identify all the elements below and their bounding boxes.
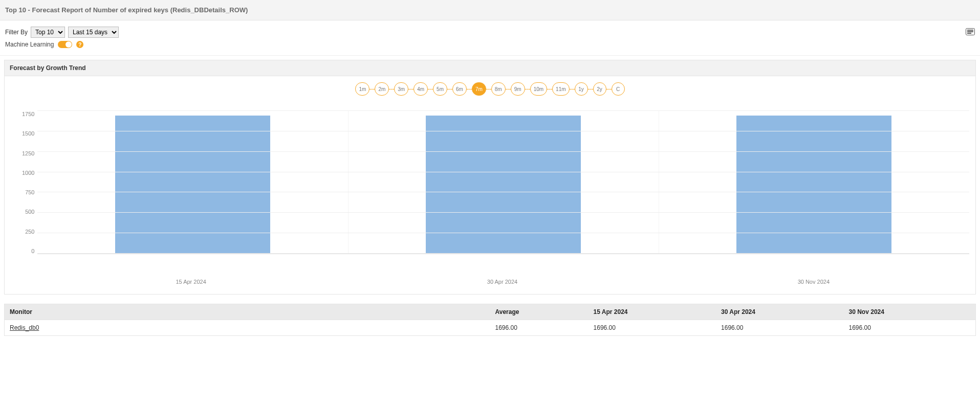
range-pill-5m[interactable]: 5m (433, 82, 447, 96)
table-header: 30 Apr 2024 (716, 304, 843, 320)
value-cell: 1696.00 (844, 320, 976, 336)
filter-range-select[interactable]: Last 15 days (68, 27, 119, 38)
pill-connector (369, 89, 375, 89)
range-pill-3m[interactable]: 3m (394, 82, 408, 96)
range-pill-7m[interactable]: 7m (472, 82, 486, 96)
range-pills: 1m2m3m4m5m6m7m8m9m10m11m1y2yC (11, 82, 969, 96)
chart-card: 1m2m3m4m5m6m7m8m9m10m11m1y2yC 1750150012… (4, 76, 976, 295)
pill-connector (547, 89, 552, 89)
y-tick: 1000 (22, 170, 34, 176)
range-pill-11m[interactable]: 11m (552, 82, 569, 96)
gridline (37, 192, 969, 192)
export-icon[interactable] (966, 27, 975, 38)
x-tick: 15 Apr 2024 (35, 275, 346, 285)
chart-plot (37, 111, 969, 254)
gridline (37, 151, 969, 152)
table-header: 15 Apr 2024 (589, 304, 716, 320)
filter-top-select[interactable]: Top 10 (31, 27, 65, 38)
table-header: Monitor (5, 304, 490, 320)
bar-slot (37, 111, 348, 254)
pill-connector (428, 89, 433, 89)
range-pill-2m[interactable]: 2m (375, 82, 389, 96)
pill-connector (447, 89, 452, 89)
svg-rect-2 (967, 31, 973, 32)
gridline (37, 110, 969, 111)
section-title: Forecast by Growth Trend (4, 60, 976, 76)
pill-connector (506, 89, 511, 89)
table-row: Redis_db01696.001696.001696.001696.00 (5, 320, 976, 336)
pill-connector (570, 89, 575, 89)
monitor-link[interactable]: Redis_db0 (10, 324, 39, 331)
value-cell: 1696.00 (589, 320, 716, 336)
y-tick: 250 (25, 229, 34, 235)
pill-connector (606, 89, 612, 89)
value-cell: 1696.00 (716, 320, 843, 336)
gridline (37, 253, 969, 254)
chart-area: 17501500125010007505002500 (11, 111, 969, 275)
range-pill-9m[interactable]: 9m (511, 82, 525, 96)
svg-rect-3 (967, 33, 971, 34)
range-pill-2y[interactable]: 2y (593, 82, 606, 96)
x-axis-labels: 15 Apr 202430 Apr 202430 Nov 2024 (35, 275, 969, 285)
pill-connector (525, 89, 530, 89)
gridline (37, 212, 969, 213)
filter-controls: Filter By Top 10 Last 15 days (0, 20, 980, 41)
monitor-cell: Redis_db0 (5, 320, 490, 336)
pill-connector (467, 89, 472, 89)
forecast-table: Monitor Average 15 Apr 2024 30 Apr 2024 … (4, 304, 976, 336)
y-tick: 750 (25, 189, 34, 195)
gridline (37, 172, 969, 172)
avg-cell: 1696.00 (490, 320, 589, 336)
gridline (37, 233, 969, 233)
pill-connector (588, 89, 593, 89)
bar-slot (659, 111, 969, 254)
page-title: Top 10 - Forecast Report of Number of ex… (0, 0, 980, 20)
ml-toggle[interactable] (58, 41, 72, 48)
y-tick: 1750 (22, 111, 34, 117)
range-pill-C[interactable]: C (612, 82, 625, 96)
y-tick: 500 (25, 209, 34, 215)
x-tick: 30 Nov 2024 (658, 275, 969, 285)
help-icon[interactable]: ? (76, 41, 83, 48)
divider (0, 55, 980, 56)
range-pill-8m[interactable]: 8m (491, 82, 506, 96)
pill-connector (486, 89, 491, 89)
y-tick: 1250 (22, 150, 34, 156)
table-header-row: Monitor Average 15 Apr 2024 30 Apr 2024 … (5, 304, 976, 320)
range-pill-4m[interactable]: 4m (413, 82, 428, 96)
bars-row (37, 111, 969, 254)
table-header: Average (490, 304, 589, 320)
y-tick: 1500 (22, 130, 34, 137)
y-axis: 17501500125010007505002500 (22, 111, 37, 254)
ml-row: Machine Learning ? (0, 41, 980, 55)
gridline (37, 131, 969, 131)
pill-connector (389, 89, 394, 89)
y-tick: 0 (31, 248, 34, 254)
x-tick: 30 Apr 2024 (346, 275, 658, 285)
pill-connector (408, 89, 413, 89)
bar-slot (349, 111, 659, 254)
range-pill-1m[interactable]: 1m (355, 82, 369, 96)
svg-rect-1 (967, 30, 973, 31)
range-pill-1y[interactable]: 1y (575, 82, 588, 96)
range-pill-10m[interactable]: 10m (530, 82, 547, 96)
ml-label: Machine Learning (5, 41, 54, 48)
range-pill-6m[interactable]: 6m (452, 82, 467, 96)
table-header: 30 Nov 2024 (844, 304, 976, 320)
filter-label: Filter By (5, 29, 28, 36)
